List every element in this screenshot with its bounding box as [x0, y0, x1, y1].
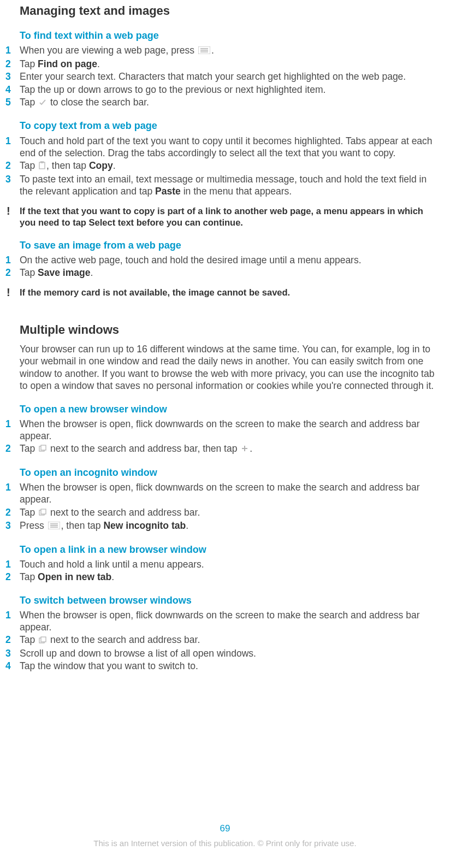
important-icon: !: [5, 205, 20, 216]
step-number: 2: [5, 571, 20, 583]
step-text: Tap Save image.: [20, 267, 436, 279]
step-number: 5: [5, 96, 20, 108]
step-text: Tap Find on page.: [20, 58, 436, 70]
tabs-icon: [39, 443, 46, 455]
step-text: Enter your search text. Characters that …: [20, 70, 436, 82]
sub-copy-text: To copy text from a web page: [20, 120, 436, 132]
step-number: 1: [5, 44, 20, 56]
heading-managing: Managing text and images: [20, 3, 436, 19]
step-text: Tap next to the search and address bar.: [20, 506, 436, 519]
sub-open-incognito: To open an incognito window: [20, 467, 436, 479]
tabs-icon: [39, 635, 46, 647]
sub-open-link-new: To open a link in a new browser window: [20, 544, 436, 556]
step-number: 1: [5, 558, 20, 570]
step-number: 3: [5, 519, 20, 532]
steps-save-image: 1 On the active web page, touch and hold…: [20, 254, 436, 279]
step-text: When the browser is open, flick downward…: [20, 418, 436, 442]
menu-icon: [198, 45, 210, 57]
sub-save-image: To save an image from a web page: [20, 239, 436, 252]
step-text: Tap Open in new tab.: [20, 571, 436, 583]
step-text: Press , then tap New incognito tab.: [20, 519, 436, 533]
step-number: 4: [5, 660, 20, 672]
menu-icon: [48, 520, 60, 532]
step-text: When the browser is open, flick downward…: [20, 609, 436, 634]
step-number: 2: [5, 267, 20, 279]
step-text: Touch and hold part of the text you want…: [20, 135, 436, 160]
sub-open-new-window: To open a new browser window: [20, 403, 436, 416]
step-number: 1: [5, 135, 20, 147]
plus-icon: [241, 443, 248, 455]
step-text: Touch and hold a link until a menu appea…: [20, 558, 436, 570]
step-text: Scroll up and down to browse a list of a…: [20, 647, 436, 659]
steps-switch-windows: 1 When the browser is open, flick downwa…: [20, 609, 436, 672]
svg-rect-7: [41, 445, 46, 450]
important-icon: !: [5, 287, 20, 298]
note-text: If the memory card is not available, the…: [20, 287, 436, 298]
steps-open-link-new: 1 Touch and hold a link until a menu app…: [20, 558, 436, 583]
sub-switch-windows: To switch between browser windows: [20, 594, 436, 607]
note-text: If the text that you want to copy is par…: [20, 205, 436, 228]
step-text: Tap to close the search bar.: [20, 96, 436, 109]
note-copy-link: ! If the text that you want to copy is p…: [20, 205, 436, 228]
step-text: To paste text into an email, text messag…: [20, 173, 436, 198]
step-number: 2: [5, 506, 20, 518]
tabs-icon: [39, 507, 46, 519]
steps-open-incognito: 1 When the browser is open, flick downwa…: [20, 481, 436, 533]
footer-text: This is an Internet version of this publ…: [0, 838, 450, 848]
sub-find-text: To find text within a web page: [20, 29, 436, 42]
steps-copy-text: 1 Touch and hold part of the text you wa…: [20, 135, 436, 198]
step-number: 2: [5, 58, 20, 70]
footer: 69 This is an Internet version of this p…: [0, 823, 450, 848]
step-number: 2: [5, 634, 20, 646]
step-text: Tap next to the search and address bar.: [20, 634, 436, 647]
step-number: 3: [5, 173, 20, 185]
step-number: 4: [5, 84, 20, 96]
note-memory-card: ! If the memory card is not available, t…: [20, 287, 436, 298]
step-number: 2: [5, 160, 20, 172]
paragraph-multiple-windows: Your browser can run up to 16 different …: [20, 343, 436, 392]
step-text: When you are viewing a web page, press .: [20, 44, 436, 57]
svg-rect-11: [41, 509, 46, 514]
step-number: 1: [5, 609, 20, 621]
step-number: 1: [5, 418, 20, 430]
svg-rect-4: [39, 162, 45, 169]
steps-open-new-window: 1 When the browser is open, flick downwa…: [20, 418, 436, 456]
svg-rect-17: [41, 637, 46, 642]
step-number: 1: [5, 254, 20, 266]
step-number: 3: [5, 647, 20, 659]
step-text: Tap next to the search and address bar, …: [20, 442, 436, 456]
check-icon: [39, 97, 46, 109]
step-text: On the active web page, touch and hold t…: [20, 254, 436, 266]
step-text: Tap , then tap Copy.: [20, 160, 436, 173]
clipboard-icon: [39, 160, 45, 172]
heading-multiple-windows: Multiple windows: [20, 322, 436, 338]
steps-find-text: 1 When you are viewing a web page, press…: [20, 44, 436, 109]
step-text: When the browser is open, flick downward…: [20, 481, 436, 506]
step-number: 1: [5, 481, 20, 493]
step-text: Tap the up or down arrows to go to the p…: [20, 84, 436, 96]
step-number: 3: [5, 70, 20, 82]
page-number: 69: [0, 823, 450, 835]
step-number: 2: [5, 442, 20, 454]
step-text: Tap the window that you want to switch t…: [20, 660, 436, 672]
